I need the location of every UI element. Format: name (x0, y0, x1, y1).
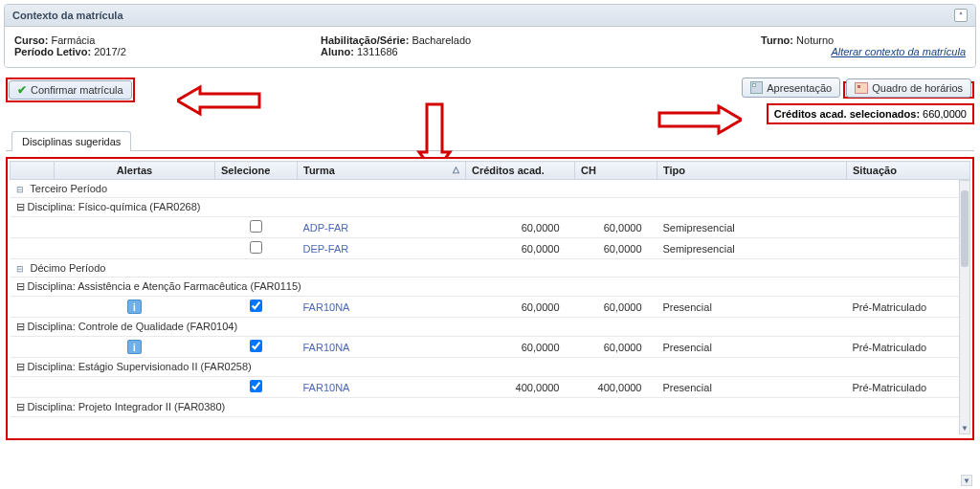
discipline-row[interactable]: ⊟ Disciplina: Controle de Qualidade (FAR… (11, 318, 970, 337)
table-row: ADP-FAR60,000060,0000Semipresencial (11, 217, 970, 238)
ch-value: 60,0000 (575, 337, 657, 358)
collapse-discipline-icon[interactable]: ⊟ (16, 361, 25, 373)
discipline-row[interactable]: ⊟ Disciplina: Físico-química (FAR0268) (11, 198, 970, 217)
select-checkbox[interactable] (250, 300, 262, 312)
schedule-icon (855, 82, 868, 94)
right-buttons: Apresentação Quadro de horários Créditos… (742, 78, 974, 124)
info-icon[interactable]: i (127, 300, 142, 314)
turno-value: Noturno (796, 34, 834, 46)
aluno-label: Aluno: (321, 46, 354, 57)
situacao-value: Pré-Matriculado (847, 297, 970, 318)
discipline-row[interactable]: ⊟ Disciplina: Estágio Supervisionado II … (11, 358, 970, 377)
cred-value: 60,0000 (466, 238, 575, 259)
discipline-row[interactable]: ⊟ Disciplina: Projeto Integrador II (FAR… (11, 398, 970, 417)
col-tipo[interactable]: Tipo (657, 162, 847, 180)
select-checkbox[interactable] (250, 340, 262, 352)
situacao-value (847, 238, 970, 259)
panel-header: Contexto da matrícula ˄ (5, 5, 975, 27)
curso-value: Farmácia (52, 34, 96, 46)
collapse-group-icon[interactable]: ⊟ (16, 264, 24, 274)
grid: Alertas Selecione Turma△ Créditos acad. … (10, 161, 970, 417)
select-checkbox[interactable] (250, 241, 262, 254)
col-selecione[interactable]: Selecione (215, 162, 298, 180)
turma-link[interactable]: FAR10NA (303, 301, 350, 313)
presentation-icon (750, 81, 763, 94)
collapse-discipline-icon[interactable]: ⊟ (16, 401, 25, 413)
change-context-link[interactable]: Alterar contexto da matrícula (831, 46, 966, 57)
discipline-row[interactable]: ⊟ Disciplina: Assistência e Atenção Farm… (11, 278, 970, 297)
check-icon: ✔ (17, 84, 27, 96)
col-alertas[interactable]: Alertas (55, 162, 215, 180)
periodo-value: 2017/2 (94, 46, 126, 57)
col-cred[interactable]: Créditos acad. (466, 162, 575, 180)
ch-value: 60,0000 (575, 217, 657, 238)
scroll-thumb[interactable] (961, 190, 969, 267)
turma-link[interactable]: ADP-FAR (303, 222, 349, 233)
situacao-value (847, 217, 970, 238)
situacao-value: Pré-Matriculado (847, 337, 970, 358)
select-checkbox[interactable] (250, 380, 262, 392)
collapse-discipline-icon[interactable]: ⊟ (16, 201, 25, 213)
turma-link[interactable]: FAR10NA (303, 382, 350, 393)
scroll-down-icon[interactable]: ▼ (960, 422, 969, 433)
collapse-discipline-icon[interactable]: ⊟ (16, 280, 25, 293)
annotation-box-schedule: Quadro de horários (843, 81, 974, 99)
turno-label: Turno: (761, 34, 793, 46)
tipo-value: Semipresencial (657, 217, 847, 238)
cred-value: 400,0000 (466, 377, 575, 398)
panel-body: Curso: Farmácia Período Letivo: 2017/2 H… (5, 27, 975, 67)
turma-link[interactable]: FAR10NA (303, 342, 350, 353)
ch-value: 60,0000 (575, 297, 657, 318)
annotation-arrow-right (656, 103, 742, 136)
schedule-button[interactable]: Quadro de horários (846, 78, 971, 98)
turma-link[interactable]: DEP-FAR (303, 243, 349, 255)
table-row: iFAR10NA60,000060,0000PresencialPré-Matr… (11, 337, 970, 358)
tipo-value: Presencial (657, 297, 847, 318)
info-icon[interactable]: i (127, 340, 142, 354)
col-ch[interactable]: CH (575, 162, 657, 180)
grid-container: Alertas Selecione Turma△ Créditos acad. … (6, 157, 974, 440)
cred-value: 60,0000 (466, 337, 575, 358)
collapse-discipline-icon[interactable]: ⊟ (16, 321, 25, 333)
confirm-button[interactable]: ✔ Confirmar matrícula (9, 80, 132, 100)
tipo-value: Semipresencial (657, 238, 847, 259)
periodo-label: Período Letivo: (14, 46, 91, 57)
credits-value: 660,0000 (923, 108, 967, 120)
toolbar: ✔ Confirmar matrícula Apresentação Quadr… (0, 72, 980, 126)
annotation-box-confirm: ✔ Confirmar matrícula (6, 78, 135, 102)
select-checkbox[interactable] (250, 220, 262, 233)
tabs: Disciplinas sugeridas (6, 130, 974, 151)
tab-suggested[interactable]: Disciplinas sugeridas (11, 131, 131, 151)
tipo-value: Presencial (657, 377, 847, 398)
grid-scrollbar[interactable]: ▼ (959, 180, 970, 434)
hab-label: Habilitação/Série: (321, 34, 409, 46)
col-expand[interactable] (11, 162, 55, 180)
collapse-group-icon[interactable]: ⊟ (16, 185, 24, 194)
table-row: DEP-FAR60,000060,0000Semipresencial (11, 238, 970, 259)
presentation-button[interactable]: Apresentação (742, 78, 840, 98)
col-turma[interactable]: Turma△ (298, 162, 466, 180)
panel-title: Contexto da matrícula (12, 10, 123, 21)
page-scroll-down-icon[interactable]: ▼ (961, 475, 972, 486)
curso-label: Curso: (14, 34, 48, 46)
hab-value: Bacharelado (412, 34, 471, 46)
table-row: iFAR10NA60,000060,0000PresencialPré-Matr… (11, 297, 970, 318)
schedule-button-label: Quadro de horários (872, 82, 963, 94)
credits-label: Créditos acad. selecionados: (774, 108, 920, 120)
presentation-button-label: Apresentação (767, 82, 832, 94)
cred-value: 60,0000 (466, 217, 575, 238)
tipo-value: Presencial (657, 337, 847, 358)
table-row: FAR10NA400,0000400,0000PresencialPré-Mat… (11, 377, 970, 398)
col-situacao[interactable]: Situação (847, 162, 970, 180)
sort-asc-icon: △ (453, 165, 459, 174)
credits-box: Créditos acad. selecionados: 660,0000 (767, 103, 974, 124)
situacao-value: Pré-Matriculado (847, 377, 970, 398)
svg-marker-0 (177, 87, 259, 114)
confirm-button-label: Confirmar matrícula (31, 84, 123, 96)
group-row[interactable]: ⊟ Terceiro Período (11, 180, 970, 198)
aluno-value: 1311686 (357, 46, 398, 57)
annotation-arrow-left (177, 84, 263, 117)
collapse-icon[interactable]: ˄ (954, 9, 968, 22)
svg-marker-1 (659, 106, 742, 133)
group-row[interactable]: ⊟ Décimo Período (11, 259, 970, 278)
